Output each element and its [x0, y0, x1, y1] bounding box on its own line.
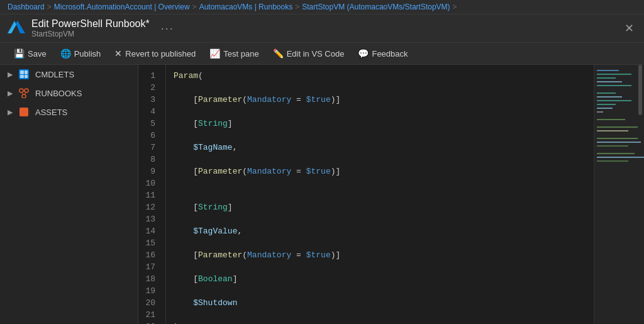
title-bar: Edit PowerShell Runbook* StartStopVM ···… [0, 14, 644, 43]
save-icon: 💾 [14, 48, 25, 59]
revert-button[interactable]: ✕ Revert to published [108, 46, 202, 61]
svg-rect-29 [597, 160, 628, 162]
sidebar-item-runbooks-label: RUNBOOKS [35, 89, 82, 98]
svg-rect-21 [597, 119, 625, 120]
svg-rect-27 [597, 153, 635, 154]
page-subtitle: StartStopVM [31, 30, 150, 38]
test-pane-button[interactable]: 📈 Test pane [203, 46, 265, 61]
minimap [594, 65, 644, 324]
svg-rect-26 [597, 145, 628, 147]
page-title: Edit PowerShell Runbook* [31, 18, 150, 30]
feedback-icon: 💬 [358, 48, 369, 59]
svg-line-7 [22, 92, 23, 94]
svg-rect-17 [597, 100, 631, 101]
publish-button[interactable]: 🌐 Publish [54, 46, 108, 61]
svg-rect-10 [597, 70, 619, 71]
svg-rect-23 [597, 130, 628, 131]
editor-main[interactable]: 1 2 3 4 5 6 7 8 9 10 11 12 13 14 15 16 1… [138, 65, 594, 324]
sidebar: ▶ CMDLETS ▶ RUNBOOKS [0, 65, 138, 324]
breadcrumb-startstop[interactable]: StartStopVM (AutomacaoVMs/StartStopVM) [302, 3, 450, 11]
svg-rect-12 [597, 77, 616, 79]
svg-point-3 [19, 89, 23, 92]
svg-marker-0 [8, 21, 16, 33]
save-button[interactable]: 💾 Save [8, 46, 53, 61]
svg-point-4 [25, 89, 28, 92]
vscode-button[interactable]: ✏️ Edit in VS Code [267, 46, 351, 61]
svg-rect-13 [597, 81, 622, 82]
toolbar: 💾 Save 🌐 Publish ✕ Revert to published 📈… [0, 43, 644, 65]
feedback-button[interactable]: 💬 Feedback [352, 46, 414, 61]
svg-rect-11 [597, 74, 631, 75]
chevron-right-icon-assets: ▶ [8, 108, 13, 116]
svg-rect-15 [597, 92, 616, 94]
code-editor[interactable]: Param( [Parameter(Mandatory = $true)] [S… [166, 65, 594, 324]
revert-icon: ✕ [114, 48, 122, 59]
editor-area: 1 2 3 4 5 6 7 8 9 10 11 12 13 14 15 16 1… [138, 65, 644, 324]
svg-line-8 [25, 92, 26, 94]
breadcrumb-runbooks[interactable]: AutomacaoVMs | Runbooks [199, 3, 293, 11]
svg-rect-9 [594, 65, 644, 324]
chevron-right-icon: ▶ [8, 70, 13, 79]
svg-rect-14 [597, 85, 631, 86]
svg-rect-24 [597, 138, 638, 139]
minimap-canvas [594, 65, 644, 324]
main-layout: ▶ CMDLETS ▶ RUNBOOKS [0, 65, 644, 324]
sidebar-item-runbooks[interactable]: ▶ RUNBOOKS [0, 84, 138, 103]
svg-rect-25 [597, 142, 641, 143]
azure-logo-icon [8, 20, 25, 37]
svg-rect-28 [597, 157, 644, 158]
menu-dots-button[interactable]: ··· [161, 22, 174, 35]
breadcrumb: Dashboard > Microsoft.AutomationAccount … [0, 0, 644, 14]
assets-icon [19, 108, 28, 116]
svg-rect-18 [597, 104, 616, 105]
chevron-right-icon-runbooks: ▶ [8, 89, 13, 98]
sidebar-item-assets-label: ASSETS [35, 108, 67, 117]
test-icon: 📈 [209, 48, 220, 59]
sidebar-item-cmdlets-label: CMDLETS [35, 70, 74, 79]
publish-icon: 🌐 [60, 48, 71, 59]
runbooks-icon [19, 88, 29, 98]
title-text: Edit PowerShell Runbook* StartStopVM [31, 18, 150, 38]
svg-rect-22 [597, 126, 638, 128]
line-numbers: 1 2 3 4 5 6 7 8 9 10 11 12 13 14 15 16 1… [138, 65, 166, 324]
breadcrumb-dashboard[interactable]: Dashboard [8, 3, 45, 11]
svg-rect-16 [597, 96, 622, 98]
svg-rect-30 [638, 65, 642, 115]
svg-point-5 [22, 94, 26, 98]
sidebar-item-assets[interactable]: ▶ ASSETS [0, 103, 138, 121]
svg-rect-19 [597, 108, 613, 109]
cmdlets-icon [19, 69, 29, 79]
svg-marker-1 [16, 21, 25, 33]
breadcrumb-automation[interactable]: Microsoft.AutomationAccount | Overview [54, 3, 190, 11]
svg-rect-20 [597, 111, 603, 113]
sidebar-item-cmdlets[interactable]: ▶ CMDLETS [0, 65, 138, 84]
vscode-icon: ✏️ [273, 48, 284, 59]
close-button[interactable]: ✕ [621, 21, 636, 36]
